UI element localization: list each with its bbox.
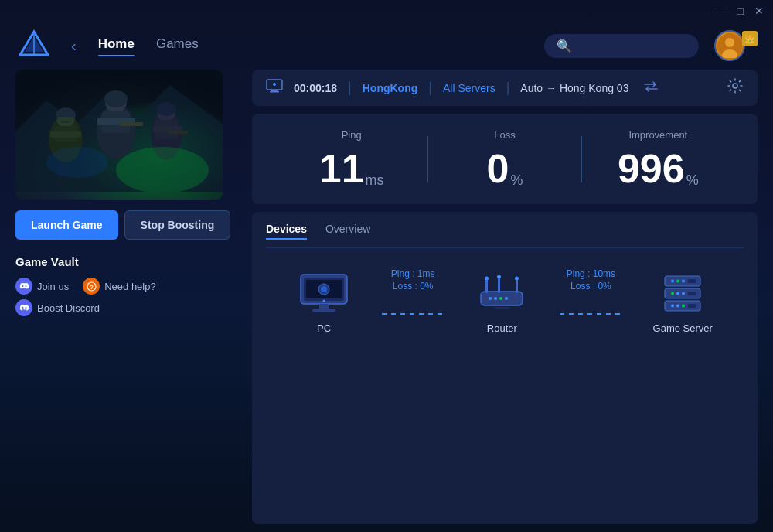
svg-point-50: [515, 276, 519, 280]
pc-label: PC: [317, 322, 331, 334]
logo-icon: [15, 27, 53, 64]
device-router: Router: [475, 273, 529, 334]
router-ping-info: Ping : 10ms Loss : 0%: [567, 268, 615, 292]
nav-home[interactable]: Home: [98, 36, 135, 55]
pc-icon-wrap: [297, 273, 351, 316]
game-vault-title: Game Vault: [15, 255, 240, 268]
router-stats-connector: Ping : 10ms Loss : 0%: [560, 268, 621, 338]
router-label: Router: [487, 322, 517, 334]
pc-stats-connector: Ping : 1ms Loss : 0%: [382, 268, 444, 338]
stop-boosting-button[interactable]: Stop Boosting: [124, 210, 231, 240]
status-bar: 00:00:18 | HongKong | All Servers | Auto…: [252, 70, 758, 106]
server-icon-wrap: [656, 273, 710, 316]
stats-panel: Ping 11 ms Loss 0 % Improvement 996 %: [252, 114, 758, 204]
nav-games[interactable]: Games: [156, 36, 199, 55]
svg-rect-32: [271, 90, 278, 91]
community-row-1: Join us ? Need help?: [15, 278, 240, 295]
all-servers-link[interactable]: All Servers: [443, 82, 495, 94]
svg-point-43: [323, 299, 325, 302]
settings-icon[interactable]: [727, 77, 744, 98]
left-panel: Launch Game Stop Boosting Game Vault Joi…: [15, 70, 240, 524]
crown-badge: 👑: [742, 31, 758, 46]
divider-3: |: [506, 80, 510, 96]
community-row-2: Boost Discord: [15, 299, 240, 316]
svg-point-35: [733, 84, 737, 88]
boost-discord-link[interactable]: Boost Discord: [15, 299, 100, 316]
pc-icon: [297, 273, 351, 316]
join-us-link[interactable]: Join us: [15, 278, 69, 295]
svg-point-34: [273, 83, 276, 86]
svg-rect-33: [270, 91, 279, 93]
game-art: [15, 70, 223, 192]
devices-tabs: Devices Overview: [266, 223, 744, 248]
launch-game-button[interactable]: Launch Game: [15, 210, 118, 240]
ping-stat: Ping 11 ms: [275, 129, 427, 189]
device-server: Game Server: [653, 273, 713, 334]
svg-point-59: [671, 279, 674, 282]
search-bar[interactable]: 🔍: [544, 34, 699, 58]
need-help-link[interactable]: ? Need help?: [83, 278, 156, 295]
improvement-unit: %: [686, 172, 699, 189]
ping-value: 11: [319, 148, 364, 189]
pc-router-line: [382, 313, 444, 315]
navbar: ‹ Home Games 🔍 👑: [0, 22, 773, 70]
router-icon-wrap: [475, 273, 529, 316]
swap-icon[interactable]: [644, 81, 658, 95]
ping-label: Ping: [275, 129, 427, 141]
avatar[interactable]: [714, 30, 745, 61]
ping-unit: ms: [366, 172, 384, 189]
svg-point-26: [156, 102, 176, 116]
svg-rect-19: [120, 122, 143, 126]
router-ping-value: Ping : 10ms: [567, 268, 615, 279]
discord-icon: [15, 278, 32, 295]
main-content: Launch Game Stop Boosting Game Vault Joi…: [0, 70, 773, 532]
avatar-area: 👑: [714, 30, 758, 61]
svg-point-69: [682, 304, 685, 307]
divider-2: |: [428, 80, 432, 96]
help-icon: ?: [83, 278, 100, 295]
router-loss-value: Loss : 0%: [570, 281, 611, 292]
svg-rect-46: [498, 278, 500, 293]
svg-point-63: [671, 292, 674, 295]
svg-point-49: [497, 275, 501, 278]
monitor-icon: [266, 79, 283, 97]
close-button[interactable]: ✕: [754, 5, 764, 16]
pc-ping-info: Ping : 1ms Loss : 0%: [391, 268, 435, 292]
svg-point-27: [116, 147, 209, 192]
svg-point-53: [499, 297, 502, 300]
action-buttons: Launch Game Stop Boosting: [15, 210, 240, 240]
need-help-label: Need help?: [104, 281, 156, 292]
search-input[interactable]: [578, 39, 686, 52]
maximize-button[interactable]: □: [737, 5, 744, 16]
svg-point-51: [489, 297, 492, 300]
svg-point-4: [725, 38, 734, 47]
minimize-button[interactable]: —: [716, 5, 727, 16]
tab-devices[interactable]: Devices: [266, 223, 307, 240]
svg-rect-66: [688, 292, 696, 295]
devices-grid: PC Ping : 1ms Loss : 0%: [266, 261, 744, 346]
logo: [15, 27, 53, 64]
svg-point-48: [485, 276, 489, 280]
game-image: [15, 70, 223, 200]
improvement-stat: Improvement 996 %: [582, 129, 734, 189]
route-display: Auto → Hong Kong 03: [520, 82, 628, 94]
tab-overview[interactable]: Overview: [325, 223, 370, 240]
svg-point-60: [676, 279, 679, 282]
search-icon: 🔍: [557, 39, 572, 53]
svg-point-20: [104, 90, 128, 107]
svg-point-52: [494, 297, 497, 300]
community-links: Join us ? Need help?: [15, 278, 240, 316]
back-button[interactable]: ‹: [71, 37, 77, 55]
svg-rect-47: [516, 279, 518, 293]
svg-point-28: [46, 147, 108, 178]
server-label: Game Server: [653, 322, 713, 334]
loss-label: Loss: [428, 129, 581, 141]
svg-rect-12: [50, 131, 81, 138]
boost-discord-label: Boost Discord: [37, 302, 100, 314]
svg-point-65: [682, 292, 685, 295]
join-us-label: Join us: [37, 281, 69, 292]
pc-loss-value: Loss : 0%: [393, 281, 434, 292]
divider-1: |: [348, 80, 352, 96]
pc-ping-value: Ping : 1ms: [391, 268, 435, 279]
location-link[interactable]: HongKong: [363, 82, 418, 94]
